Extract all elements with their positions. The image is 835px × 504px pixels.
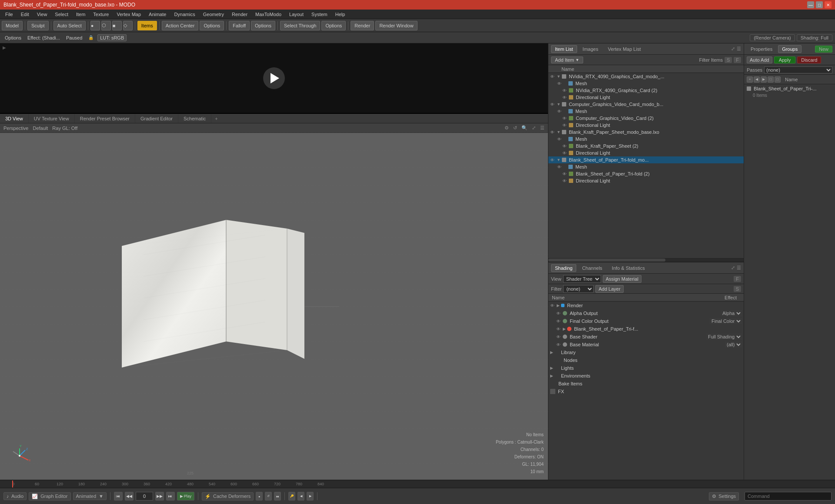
options1-button[interactable]: Options bbox=[200, 21, 224, 30]
shading-s-shortcut[interactable]: S bbox=[734, 286, 741, 292]
transport-prev-button[interactable]: ⏮ bbox=[114, 492, 123, 501]
eye-cg-mesh[interactable]: 👁 bbox=[557, 109, 561, 114]
eye-trifold-group[interactable]: 👁 bbox=[550, 158, 554, 162]
arrow-nvidia-group[interactable]: ▼ bbox=[557, 74, 561, 79]
tree-item-kraft-light[interactable]: 👁 Directional Light bbox=[548, 149, 744, 156]
add-layer-button[interactable]: Add Layer bbox=[595, 285, 623, 293]
shading-f-shortcut[interactable]: F bbox=[734, 276, 741, 282]
assign-material-button[interactable]: Assign Material bbox=[603, 275, 641, 283]
apply-button[interactable]: Apply bbox=[774, 56, 796, 63]
eye-kraft-group[interactable]: 👁 bbox=[550, 130, 554, 135]
select-through-button[interactable]: Select Through bbox=[280, 21, 320, 30]
menu-maxtomodo[interactable]: MaxToModo bbox=[252, 11, 285, 18]
groups-icon-back[interactable]: ◀ bbox=[754, 76, 760, 83]
frame-next-button[interactable]: ▶ bbox=[307, 492, 314, 501]
shading-expand-icon[interactable]: ⤢ bbox=[731, 265, 735, 271]
frame-prev-button[interactable]: ◀ bbox=[297, 492, 304, 501]
tab-item-list[interactable]: Item List bbox=[551, 45, 577, 53]
menu-help[interactable]: Help bbox=[332, 11, 349, 18]
shading-item-base-material[interactable]: 👁 Base Material (all) bbox=[548, 341, 744, 348]
sub-effect[interactable]: Effect: (Shadi... bbox=[25, 35, 62, 41]
groups-icon-fwd[interactable]: ▶ bbox=[761, 76, 767, 83]
cache-deformers-button[interactable]: ⚡ Cache Deformers bbox=[202, 492, 254, 501]
menu-system[interactable]: System bbox=[308, 11, 331, 18]
item-list-scrollbar-h[interactable] bbox=[548, 258, 744, 262]
shading-item-lights[interactable]: ▶ Lights bbox=[548, 364, 744, 372]
scrollbar-thumb-h[interactable] bbox=[548, 259, 665, 262]
vp-settings-icon[interactable]: ⚙ bbox=[504, 125, 509, 131]
shading-item-render[interactable]: 👁 ▶ Render bbox=[548, 302, 744, 309]
eye-final-color[interactable]: 👁 bbox=[556, 319, 561, 324]
eye-kraft-light[interactable]: 👁 bbox=[562, 151, 567, 156]
filter-f-button[interactable]: F bbox=[734, 57, 741, 63]
group-item-trifold[interactable]: Blank_Sheet_of_Paper_Tri-... bbox=[745, 85, 834, 92]
menu-dynamics[interactable]: Dynamics bbox=[170, 11, 198, 18]
command-input[interactable] bbox=[745, 492, 832, 501]
tree-item-trifold-group[interactable]: 👁 ▼ Blank_Sheet_of_Paper_Tri-fold_mo... bbox=[548, 156, 744, 163]
menu-texture[interactable]: Texture bbox=[90, 11, 112, 18]
menu-item[interactable]: Item bbox=[73, 11, 89, 18]
vp-expand-icon[interactable]: ⤢ bbox=[532, 125, 536, 131]
sel-poly-button[interactable]: ■ bbox=[112, 21, 122, 30]
sub-lut[interactable]: LUT: sRGB bbox=[97, 34, 127, 41]
menu-animate[interactable]: Animate bbox=[145, 11, 170, 18]
base-shader-effect[interactable]: Full Shading bbox=[706, 334, 742, 340]
eye-cg-card[interactable]: 👁 bbox=[562, 116, 567, 121]
tree-item-nvidia-mesh[interactable]: 👁 Mesh bbox=[548, 80, 744, 87]
render-button[interactable]: Render bbox=[351, 21, 374, 30]
eye-trifold-mat[interactable]: 👁 bbox=[556, 327, 561, 332]
vp-search-icon[interactable]: 🔍 bbox=[521, 125, 528, 131]
tree-item-trifold-sheet[interactable]: 👁 Blank_Sheet_of_Paper_Tri-fold (2) bbox=[548, 170, 744, 177]
frame-input[interactable] bbox=[136, 492, 153, 501]
tree-item-cg-group[interactable]: 👁 ▼ Computer_Graphics_Video_Card_modo_b.… bbox=[548, 101, 744, 108]
tab-info-stats[interactable]: Info & Statistics bbox=[608, 264, 649, 272]
shading-item-alpha[interactable]: 👁 Alpha Output Alpha bbox=[548, 309, 744, 317]
loop-button[interactable]: ↺ bbox=[265, 492, 272, 501]
eye-trifold-light[interactable]: 👁 bbox=[562, 179, 567, 183]
view-select[interactable]: Shader Tree bbox=[563, 275, 601, 283]
eye-nvidia-mesh[interactable]: 👁 bbox=[557, 81, 561, 86]
menu-view[interactable]: View bbox=[33, 11, 51, 18]
menu-select[interactable]: Select bbox=[51, 11, 72, 18]
audio-button[interactable]: ♪ Audio bbox=[3, 492, 27, 500]
final-color-effect[interactable]: Final Color bbox=[710, 318, 742, 324]
shading-item-final-color[interactable]: 👁 Final Color Output Final Color bbox=[548, 317, 744, 325]
shading-item-trifold-mat[interactable]: 👁 ▶ Blank_Sheet_of_Paper_Tri-f... bbox=[548, 325, 744, 333]
shading-item-environments[interactable]: ▶ Environments bbox=[548, 372, 744, 380]
arrow-environments[interactable]: ▶ bbox=[550, 374, 553, 378]
sub-paused[interactable]: Paused bbox=[64, 35, 84, 41]
menu-edit[interactable]: Edit bbox=[17, 11, 33, 18]
menu-render[interactable]: Render bbox=[228, 11, 251, 18]
lock-icon[interactable]: 🔒 bbox=[86, 35, 96, 40]
groups-icon-check2[interactable]: □ bbox=[775, 76, 781, 83]
tree-item-cg-card[interactable]: 👁 Computer_Graphics_Video_Card (2) bbox=[548, 115, 744, 122]
eye-kraft-mesh[interactable]: 👁 bbox=[557, 137, 561, 142]
tab-groups[interactable]: Groups bbox=[778, 45, 802, 53]
auto-select-button[interactable]: Auto Select bbox=[53, 21, 86, 30]
tab-add-button[interactable]: + bbox=[211, 115, 221, 123]
play-button[interactable] bbox=[263, 67, 285, 89]
action-center-button[interactable]: Action Center bbox=[162, 21, 199, 30]
filter-s-button[interactable]: S bbox=[725, 57, 732, 63]
key-button[interactable]: 🔑 bbox=[288, 492, 295, 501]
render-window-button[interactable]: Render Window bbox=[375, 21, 417, 30]
eye-nvidia-light[interactable]: 👁 bbox=[562, 95, 567, 100]
tab-shading[interactable]: Shading bbox=[551, 264, 576, 272]
record-button[interactable]: ● bbox=[256, 492, 263, 501]
eye-base-shader[interactable]: 👁 bbox=[556, 335, 561, 339]
options2-button[interactable]: Options bbox=[251, 21, 275, 30]
maximize-button[interactable]: □ bbox=[816, 1, 823, 8]
new-button[interactable]: New bbox=[815, 46, 832, 53]
discard-button[interactable]: Discard bbox=[797, 56, 821, 63]
tab-renderbrowser[interactable]: Render Preset Browser bbox=[75, 114, 135, 123]
shading-item-library[interactable]: ▶ Library bbox=[548, 348, 744, 356]
tab-images[interactable]: Images bbox=[579, 45, 602, 53]
arrow-trifold-group[interactable]: ▼ bbox=[557, 158, 561, 162]
eye-nvidia-card[interactable]: 👁 bbox=[562, 88, 567, 93]
play-transport-button[interactable]: ▶ Play bbox=[177, 492, 194, 501]
3d-viewport[interactable]: X Y Z No Items Polygons : Catmull-Clark … bbox=[0, 133, 548, 480]
tree-item-trifold-mesh[interactable]: 👁 Mesh bbox=[548, 163, 744, 170]
items-button[interactable]: Items bbox=[137, 21, 157, 30]
transport-fwd-button[interactable]: ▶▶ bbox=[155, 492, 164, 501]
eye-kraft-sheet[interactable]: 👁 bbox=[562, 144, 567, 149]
